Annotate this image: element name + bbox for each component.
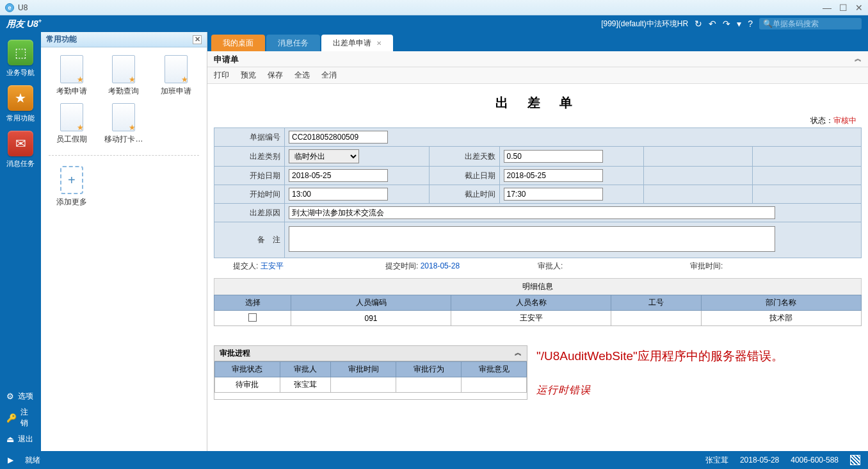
status-ready: 就绪	[25, 455, 40, 466]
detail-header: 明细信息	[214, 278, 862, 295]
search-box[interactable]: 🔍	[759, 18, 862, 29]
side-panel: 常用功能 ✕ 考勤申请 考勤查询 加班申请 员工假期 移动打卡… +添加更多	[41, 32, 207, 451]
action-selectall[interactable]: 全选	[294, 70, 310, 81]
cell-empno	[611, 311, 702, 326]
col-select: 选择	[214, 295, 291, 311]
minimize-button[interactable]: —	[823, 3, 832, 13]
window-titlebar: e U8 — ☐ ✕	[0, 0, 868, 15]
status-date: 2018-05-28	[740, 456, 779, 465]
search-icon: 🔍	[763, 19, 773, 28]
approval-header: 审批进程 ︽	[214, 346, 527, 361]
star-icon: ★	[8, 85, 33, 111]
ie-icon: e	[5, 3, 14, 12]
search-input[interactable]	[773, 19, 849, 28]
error-subtitle: 运行时错误	[536, 384, 859, 397]
action-preview[interactable]: 预览	[241, 70, 256, 81]
doc-actions: 打印 预览 保存 全选 全消	[207, 67, 868, 84]
action-deselectall[interactable]: 全消	[321, 70, 337, 81]
input-reason[interactable]	[289, 206, 775, 219]
doc-icon	[60, 55, 83, 83]
col-code: 人员编码	[291, 295, 451, 311]
shortcut-attendance-query[interactable]: 考勤查询	[101, 55, 147, 97]
main-area: 我的桌面 消息任务 出差单申请✕ 申请单 ︽ 打印 预览 保存 全选 全消 出 …	[207, 32, 868, 451]
redo-icon[interactable]: ↷	[723, 19, 730, 29]
shortcut-mobile-punch[interactable]: 移动打卡…	[101, 103, 147, 145]
close-button[interactable]: ✕	[855, 3, 863, 13]
rail-fav[interactable]: ★ 常用功能	[3, 81, 38, 127]
input-starttime[interactable]	[289, 188, 388, 201]
input-enddate[interactable]	[504, 169, 603, 182]
doc-icon	[60, 103, 83, 131]
doc-title-bar: 申请单 ︽	[207, 51, 868, 67]
divider	[49, 155, 199, 156]
cell-name: 王安平	[451, 311, 611, 326]
collapse-icon[interactable]: ︽	[855, 54, 862, 65]
submit-row: 提交人: 王安平 提交时间: 2018-05-28 审批人: 审批时间:	[214, 258, 862, 274]
play-icon[interactable]: ▶	[8, 456, 13, 465]
mail-icon: ✉	[8, 131, 33, 156]
action-save[interactable]: 保存	[268, 70, 283, 81]
doc-icon	[165, 55, 188, 83]
dropdown-icon[interactable]: ▾	[737, 19, 741, 29]
undo-icon[interactable]: ↶	[709, 19, 716, 29]
shortcut-overtime-apply[interactable]: 加班申请	[153, 55, 199, 97]
cell-atime	[331, 377, 396, 393]
rail-logout[interactable]: 🔑注销	[0, 404, 41, 431]
status-value: 审核中	[833, 116, 856, 125]
shortcut-attendance-apply[interactable]: 考勤申请	[49, 55, 95, 97]
rail-exit[interactable]: ⏏退出	[0, 431, 41, 447]
refresh-icon[interactable]: ↻	[695, 19, 702, 29]
left-rail: ⬚ 业务导航 ★ 常用功能 ✉ 消息任务 ⚙选项 🔑注销 ⏏退出	[0, 32, 41, 451]
cell-acomment	[462, 377, 527, 393]
lbl-remark: 备 注	[214, 222, 285, 258]
gear-icon: ⚙	[6, 391, 14, 401]
shortcut-employee-leave[interactable]: 员工假期	[49, 103, 95, 145]
textarea-remark[interactable]	[289, 226, 775, 252]
col-empno: 工号	[611, 295, 702, 311]
approval-table: 审批状态 审批人 审批时间 审批行为 审批意见 待审批 张宝茸	[214, 361, 527, 393]
doc-icon	[112, 103, 135, 131]
input-tripdays[interactable]	[504, 150, 603, 163]
org-info: [999](default)中法环境HR	[601, 19, 688, 29]
status-row: 状态：审核中	[214, 114, 862, 128]
qr-icon[interactable]	[850, 455, 860, 465]
collapse-icon[interactable]: ︽	[515, 348, 522, 359]
input-docno[interactable]	[289, 131, 388, 144]
col-astatus: 审批状态	[215, 362, 280, 377]
rail-options[interactable]: ⚙选项	[0, 388, 41, 404]
doc-title: 申请单	[214, 54, 239, 65]
form-table: 单据编号 出差类别 临时外出 出差天数 开始日期 截止日期	[214, 128, 862, 258]
lbl-reason: 出差原因	[214, 204, 285, 222]
form-scroll[interactable]: 出 差 单 状态：审核中 单据编号 出差类别 临时外出 出差天数 开始日期	[207, 84, 868, 451]
doc-icon	[112, 55, 135, 83]
error-title: "/U8AuditWebSite"应用程序中的服务器错误。	[536, 348, 859, 365]
rail-msg[interactable]: ✉ 消息任务	[3, 127, 38, 172]
lbl-docno: 单据编号	[214, 128, 285, 147]
server-error: "/U8AuditWebSite"应用程序中的服务器错误。 运行时错误	[534, 345, 862, 400]
shortcut-add-more[interactable]: +添加更多	[49, 166, 95, 208]
tab-trip-apply[interactable]: 出差单申请✕	[321, 35, 393, 51]
panel-close-icon[interactable]: ✕	[193, 35, 202, 44]
row-checkbox[interactable]	[248, 313, 257, 322]
action-print[interactable]: 打印	[214, 70, 229, 81]
app-header: 用友 U8+ [999](default)中法环境HR ↻ ↶ ↷ ▾ ? 🔍	[0, 15, 868, 32]
table-row: 待审批 张宝茸	[215, 377, 527, 393]
form-title: 出 差 单	[214, 89, 862, 114]
rail-nav[interactable]: ⬚ 业务导航	[3, 36, 38, 81]
tab-close-icon[interactable]: ✕	[376, 40, 382, 47]
col-atime: 审批时间	[331, 362, 396, 377]
tab-messages[interactable]: 消息任务	[266, 35, 320, 51]
help-icon[interactable]: ?	[748, 19, 753, 29]
tab-desktop[interactable]: 我的桌面	[211, 35, 265, 51]
maximize-button[interactable]: ☐	[839, 3, 848, 13]
cell-code: 091	[291, 311, 451, 326]
approval-box: 审批进程 ︽ 审批状态 审批人 审批时间 审批行为 审批意见 待审批	[214, 345, 527, 400]
select-triptype[interactable]: 临时外出	[289, 149, 359, 163]
table-row[interactable]: 091 王安平 技术部	[214, 311, 862, 326]
brand-logo: 用友 U8+	[6, 18, 42, 30]
lbl-triptype: 出差类别	[214, 147, 285, 167]
input-startdate[interactable]	[289, 169, 388, 182]
status-bar: ▶ 就绪 张宝茸 2018-05-28 4006-600-588	[0, 451, 868, 469]
input-endtime[interactable]	[504, 188, 603, 201]
submittime-value: 2018-05-28	[421, 261, 460, 270]
